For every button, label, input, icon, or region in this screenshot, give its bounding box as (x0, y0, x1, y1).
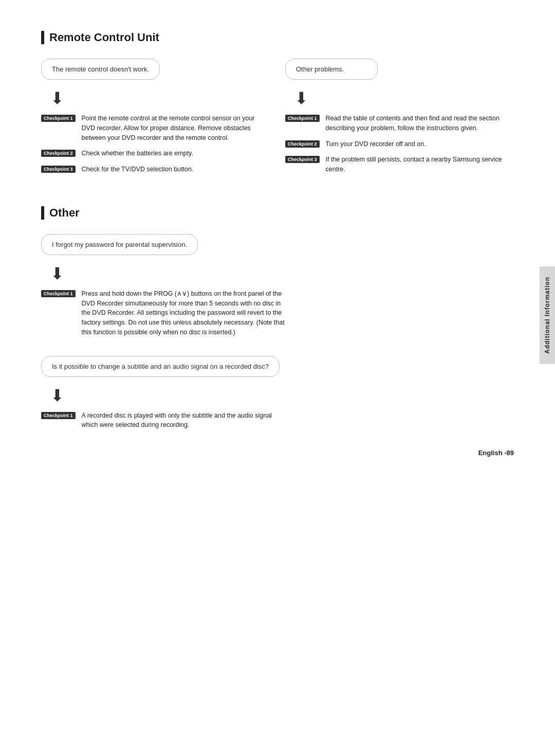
side-tab: Additional Information (540, 266, 555, 364)
remote-two-col: The remote control doesn't work. ⬇ Check… (41, 59, 514, 181)
checkpoint-badge: Checkpoint 3 (41, 166, 76, 173)
checkpoint-badge: Checkpoint 2 (285, 140, 320, 148)
arrow-down-4: ⬇ (50, 387, 288, 404)
checkpoint-row: Checkpoint 3 If the problem still persis… (285, 155, 514, 174)
section-title-bar-2 (41, 206, 44, 220)
remote-col2-checkpoints: Checkpoint 1 Read the table of contents … (285, 114, 514, 174)
checkpoint-text: Check for the TV/DVD selection button. (82, 165, 194, 174)
checkpoint-badge: Checkpoint 3 (285, 156, 320, 163)
checkpoint-row: Checkpoint 1 Read the table of contents … (285, 114, 514, 133)
remote-col1-checkpoints: Checkpoint 1 Point the remote control at… (41, 114, 270, 174)
other-section: Other I forgot my password for parental … (41, 206, 514, 430)
footer-text: English -89 (478, 449, 514, 457)
remote-problem-box-2: Other problems. (285, 59, 378, 80)
checkpoint-row: Checkpoint 1 Press and hold down the PRO… (41, 289, 288, 337)
section-title-bar (41, 31, 44, 44)
arrow-down-2: ⬇ (294, 90, 514, 106)
remote-col1: The remote control doesn't work. ⬇ Check… (41, 59, 270, 181)
other-section-title: Other (41, 206, 514, 220)
checkpoint-text: Point the remote control at the remote c… (82, 114, 270, 142)
checkpoint-text: Read the table of contents and then find… (326, 114, 514, 133)
checkpoint-badge: Checkpoint 1 (41, 412, 76, 419)
remote-section-title: Remote Control Unit (41, 31, 514, 44)
checkpoint-badge: Checkpoint 2 (41, 150, 76, 157)
arrow-down-1: ⬇ (50, 90, 270, 106)
checkpoint-text: Check whether the batteries are empty. (82, 149, 193, 158)
remote-problem-box-1: The remote control doesn't work. (41, 59, 160, 80)
other-problem-1-block: I forgot my password for parental superv… (41, 234, 288, 337)
other-title-text: Other (49, 206, 80, 220)
arrow-down-3: ⬇ (50, 265, 288, 282)
other-problem-2-block: Is it possible to change a subtitle and … (41, 356, 288, 430)
checkpoint-text: A recorded disc is played with only the … (82, 411, 288, 430)
checkpoint-row: Checkpoint 2 Turn your DVD recorder off … (285, 139, 514, 149)
checkpoint-row: Checkpoint 1 Point the remote control at… (41, 114, 270, 142)
other-problem-box-1: I forgot my password for parental superv… (41, 234, 198, 255)
other-problem-2-checkpoints: Checkpoint 1 A recorded disc is played w… (41, 411, 288, 430)
checkpoint-row: Checkpoint 1 A recorded disc is played w… (41, 411, 288, 430)
checkpoint-badge: Checkpoint 1 (285, 115, 320, 122)
checkpoint-row: Checkpoint 3 Check for the TV/DVD select… (41, 165, 270, 174)
page: Remote Control Unit The remote control d… (0, 0, 555, 477)
remote-col2: Other problems. ⬇ Checkpoint 1 Read the … (285, 59, 514, 181)
checkpoint-text: If the problem still persists, contact a… (326, 155, 514, 174)
remote-title-text: Remote Control Unit (49, 31, 159, 44)
checkpoint-badge: Checkpoint 1 (41, 290, 76, 297)
checkpoint-row: Checkpoint 2 Check whether the batteries… (41, 149, 270, 158)
checkpoint-text: Press and hold down the PROG (∧∨) button… (82, 289, 288, 337)
checkpoint-text: Turn your DVD recorder off and on. (326, 139, 426, 149)
checkpoint-badge: Checkpoint 1 (41, 115, 76, 122)
other-problem-1-checkpoints: Checkpoint 1 Press and hold down the PRO… (41, 289, 288, 337)
other-problem-box-2: Is it possible to change a subtitle and … (41, 356, 280, 377)
